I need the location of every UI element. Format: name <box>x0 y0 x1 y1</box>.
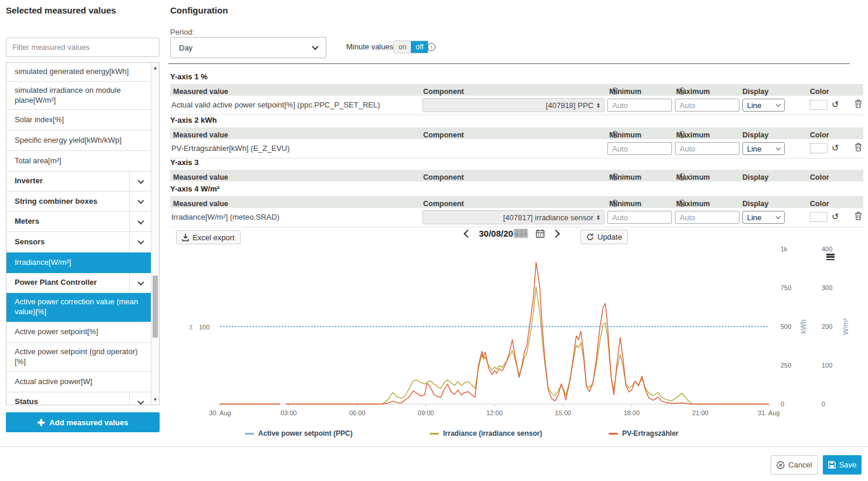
cancel-label: Cancel <box>788 460 812 469</box>
chart[interactable]: ✂ 100 30. Aug03:0006:0009:0012:0015:0018… <box>168 245 868 422</box>
sidebar-item-label: Meters <box>6 213 129 231</box>
date-masked-year <box>514 229 528 238</box>
display-selected-value: Line <box>747 144 762 153</box>
expand-group-button[interactable] <box>129 273 151 292</box>
reset-color-icon[interactable]: ↺ <box>832 99 839 110</box>
maximum-input[interactable] <box>675 142 739 155</box>
color-swatch[interactable] <box>810 100 828 110</box>
info-icon[interactable]: i <box>612 200 619 207</box>
selected-date[interactable]: 30/08/20 <box>479 228 528 238</box>
scrollbar-thumb[interactable] <box>153 275 158 338</box>
sidebar-item-solar-index[interactable]: Solar index[%] <box>6 110 151 130</box>
maximum-input[interactable] <box>675 99 739 112</box>
info-icon[interactable]: i <box>678 200 685 207</box>
info-icon[interactable]: i <box>612 131 619 138</box>
save-button[interactable]: Save <box>823 455 862 475</box>
sidebar-item-actual-active-power-w[interactable]: Actual active power[W] <box>6 372 151 392</box>
y-axis-3-table-header: Measured valueComponentMinimumiMaximumiD… <box>170 170 863 181</box>
add-measured-values-label: Add measured values <box>49 418 128 427</box>
kwh-axis-tick-label: 1k <box>781 245 788 253</box>
legend-item-active-power-setpoint-ppc-[interactable]: Active power setpoint (PPC) <box>245 429 353 438</box>
legend-item-irradiance-irradiance-sensor-[interactable]: Irradiance (irradiance sensor) <box>430 429 542 438</box>
delete-row-icon[interactable] <box>855 99 862 110</box>
info-icon[interactable]: i <box>612 88 619 95</box>
chevron-down-icon <box>776 214 781 218</box>
column-header-label: Measured value <box>173 131 228 139</box>
reset-color-icon[interactable]: ↺ <box>832 211 839 223</box>
minute-values-off-button[interactable]: off <box>411 41 428 53</box>
display-selected-value: Line <box>747 213 762 222</box>
scroll-up-icon[interactable]: ▲ <box>151 65 159 70</box>
expand-group-button[interactable] <box>129 191 151 211</box>
kwh-axis-tick-label: 250 <box>781 362 791 369</box>
component-select[interactable]: [407818] PPC▲▼ <box>423 98 604 112</box>
calendar-icon[interactable] <box>536 229 545 238</box>
minute-values-info-icon[interactable]: i <box>427 43 435 51</box>
expand-group-button[interactable] <box>129 392 151 405</box>
update-button[interactable]: Update <box>580 230 628 244</box>
sidebar-item-simulated-irradiance-on-module-plane-w-m[interactable]: simulated irradiance on module plane[W/m… <box>6 82 151 110</box>
sidebar-item-active-power-correction-value-mean-value[interactable]: Active power correction value (mean valu… <box>6 293 151 322</box>
next-day-icon[interactable] <box>552 229 560 237</box>
period-label: Period: <box>170 28 194 36</box>
scroll-down-icon[interactable]: ▼ <box>151 397 159 402</box>
chevron-down-icon <box>137 177 144 183</box>
component-selected-value: [407818] PPC <box>546 101 593 110</box>
list-scrollbar[interactable]: ▲ ▼ <box>151 63 159 405</box>
x-axis-tick-label: 15:00 <box>555 409 572 416</box>
chart-plot-area[interactable]: 30. Aug03:0006:0009:0012:0015:0018:0021:… <box>168 245 868 422</box>
info-icon[interactable]: i <box>678 88 685 95</box>
date-text: 30/08/20 <box>479 228 513 238</box>
display-select[interactable]: Line <box>742 211 785 224</box>
column-header-label: Display <box>742 173 768 181</box>
minimum-input[interactable] <box>607 99 672 112</box>
sidebar-item-inverter[interactable]: Inverter <box>6 171 151 191</box>
delete-row-icon[interactable] <box>855 211 862 223</box>
expand-group-button[interactable] <box>129 171 151 191</box>
sidebar-item-sensors[interactable]: Sensors <box>6 232 151 253</box>
configuration-panel: Configuration Period: Day Minute values … <box>168 0 868 446</box>
sidebar-item-meters[interactable]: Meters <box>6 212 151 232</box>
sidebar-item-label: simulated generated energy[kWh] <box>6 63 151 81</box>
column-header-label: Display <box>742 200 768 208</box>
sidebar-item-status[interactable]: Status <box>6 392 151 405</box>
cancel-button[interactable]: Cancel <box>771 455 818 475</box>
component-select[interactable]: [407817] irradiance sensor▲▼ <box>423 210 604 224</box>
chart-menu-icon[interactable] <box>826 254 835 260</box>
display-select[interactable]: Line <box>742 99 785 112</box>
excel-export-button[interactable]: Excel export <box>176 230 241 244</box>
reset-color-icon[interactable]: ↺ <box>832 142 839 154</box>
display-select[interactable]: Line <box>742 142 785 155</box>
delete-row-icon[interactable] <box>855 143 862 154</box>
sidebar-item-irradiance-w-m[interactable]: Irradiance[W/m²] <box>6 253 151 273</box>
color-swatch[interactable] <box>810 212 828 222</box>
minimum-input[interactable] <box>607 142 672 155</box>
sidebar-item-simulated-generated-energy-kwh[interactable]: simulated generated energy[kWh] <box>6 63 151 82</box>
x-axis-tick-label: 12:00 <box>487 409 503 416</box>
sidebar-item-total-area-m[interactable]: Total area[m²] <box>6 151 151 171</box>
x-axis-tick-label: 21:00 <box>692 409 708 416</box>
x-axis-tick-label: 03:00 <box>281 409 297 416</box>
sidebar-item-specific-energy-yield-kwh-kwp[interactable]: Specific energy yield[kWh/kWp] <box>6 130 151 151</box>
sidebar-item-string-combiner-boxes[interactable]: String combiner boxes <box>6 191 151 212</box>
info-icon[interactable]: i <box>678 131 685 138</box>
sidebar-item-active-power-setpoint[interactable]: Active power setpoint[%] <box>6 322 151 343</box>
color-swatch[interactable] <box>810 143 828 153</box>
period-select[interactable]: Day <box>170 37 326 58</box>
sidebar-item-label: Active power setpoint (grid operator)[%] <box>6 343 151 371</box>
sidebar-item-power-plant-controller[interactable]: Power Plant Controller <box>6 273 151 293</box>
minimum-input[interactable] <box>607 211 672 224</box>
info-icon[interactable]: i <box>678 173 685 180</box>
expand-group-button[interactable] <box>129 212 151 231</box>
info-icon[interactable]: i <box>612 173 619 180</box>
filter-measured-values-input[interactable] <box>6 38 160 57</box>
period-selected-value: Day <box>179 43 192 52</box>
legend-item-pv-ertragsz-hler[interactable]: PV-Ertragszähler <box>609 429 678 438</box>
add-measured-values-button[interactable]: ✚ Add measured values <box>6 412 160 432</box>
expand-group-button[interactable] <box>129 232 151 252</box>
previous-day-icon[interactable] <box>464 229 472 237</box>
sidebar-item-label: Actual active power[W] <box>6 373 151 391</box>
maximum-input[interactable] <box>675 211 739 224</box>
sidebar-item-active-power-setpoint-grid-operator[interactable]: Active power setpoint (grid operator)[%] <box>6 343 151 372</box>
minute-values-on-button[interactable]: on <box>394 41 411 53</box>
